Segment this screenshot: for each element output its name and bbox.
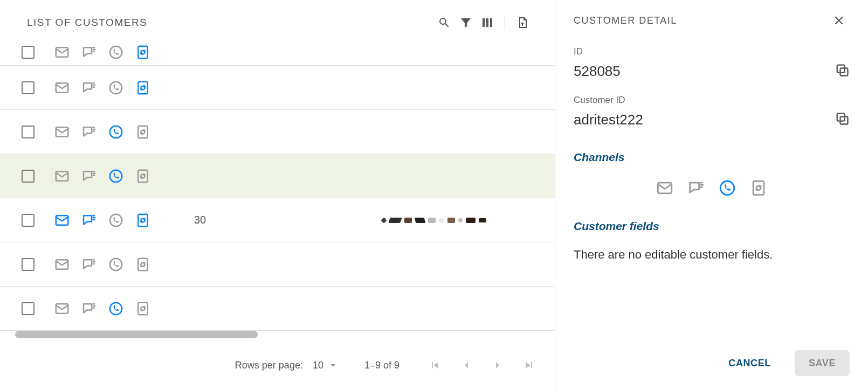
whatsapp-icon (108, 124, 124, 140)
customer-list-panel: LIST OF CUSTOMERS (0, 0, 555, 390)
chat-icon (81, 256, 97, 273)
row-channels (54, 124, 194, 140)
list-title: LIST OF CUSTOMERS (27, 17, 147, 29)
whatsapp-icon (108, 301, 124, 317)
device-sync-icon (135, 212, 151, 228)
close-icon[interactable] (828, 10, 850, 31)
row-checkbox-cell (22, 214, 54, 227)
row-channels (54, 256, 194, 273)
detail-title: CUSTOMER DETAIL (574, 15, 677, 26)
row-value: 30 (194, 214, 313, 226)
list-header: LIST OF CUSTOMERS (0, 0, 555, 39)
row-checkbox[interactable] (22, 46, 35, 59)
table-row[interactable]: 30 (0, 198, 555, 242)
next-page-icon[interactable] (488, 356, 507, 375)
row-channels (54, 212, 194, 228)
table-row[interactable] (0, 66, 555, 110)
pagination: Rows per page: 10 1–9 of 9 (0, 340, 555, 390)
device-sync-icon (135, 301, 151, 317)
mail-icon (54, 212, 70, 228)
last-page-icon[interactable] (519, 356, 539, 375)
device-sync-icon (135, 256, 151, 273)
chat-icon (81, 124, 97, 140)
mail-icon (54, 44, 70, 60)
row-checkbox[interactable] (22, 81, 35, 94)
dropdown-icon (328, 360, 339, 371)
save-button[interactable]: SAVE (795, 350, 850, 376)
columns-icon[interactable] (477, 12, 498, 33)
channels-heading: Channels (574, 151, 850, 164)
whatsapp-icon (108, 212, 124, 228)
chat-icon[interactable] (687, 179, 705, 197)
device-sync-icon (135, 44, 151, 60)
rows-per-page-value: 10 (313, 360, 323, 371)
detail-actions: CANCEL SAVE (714, 350, 850, 376)
row-checkbox[interactable] (22, 302, 35, 315)
mail-icon (54, 301, 70, 317)
row-checkbox-cell (22, 81, 54, 94)
device-sync-icon (135, 168, 151, 184)
id-value: 528085 (574, 63, 621, 80)
upload-file-icon[interactable] (512, 12, 533, 33)
page-range: 1–9 of 9 (364, 360, 399, 371)
row-checkbox[interactable] (22, 126, 35, 138)
table-row[interactable] (0, 242, 555, 287)
filter-icon[interactable] (455, 12, 477, 33)
row-channels (54, 44, 194, 60)
mail-icon (54, 256, 70, 273)
row-checkbox-cell (22, 258, 54, 271)
customer-table: 30 (0, 39, 555, 340)
mail-icon (54, 80, 70, 96)
whatsapp-icon (108, 80, 124, 96)
mail-icon (54, 124, 70, 140)
copy-customer-id-icon[interactable] (835, 111, 850, 128)
chat-icon (81, 44, 97, 60)
table-row[interactable] (0, 287, 555, 331)
whatsapp-icon (108, 256, 124, 273)
row-checkbox[interactable] (22, 258, 35, 271)
toolbar (433, 12, 533, 33)
scrollbar-thumb[interactable] (15, 331, 258, 338)
table-row[interactable] (0, 110, 555, 154)
device-sync-icon[interactable] (749, 179, 768, 197)
first-page-icon[interactable] (425, 356, 445, 375)
row-channels (54, 168, 194, 184)
device-sync-icon (135, 124, 151, 140)
row-channels (54, 80, 194, 96)
page-nav (425, 356, 539, 375)
row-checkbox[interactable] (22, 170, 35, 183)
obscured-data (313, 218, 555, 223)
table-row[interactable] (0, 154, 555, 198)
customer-id-field: Customer ID adritest222 (574, 95, 850, 128)
row-checkbox-cell (22, 170, 54, 183)
row-checkbox-cell (22, 46, 54, 59)
mail-icon (54, 168, 70, 184)
horizontal-scrollbar[interactable] (15, 331, 540, 338)
whatsapp-icon[interactable] (718, 179, 736, 197)
mail-icon[interactable] (656, 179, 674, 197)
detail-header: CUSTOMER DETAIL (574, 10, 850, 31)
no-fields-message: There are no editable customer fields. (574, 248, 850, 262)
whatsapp-icon (108, 44, 124, 60)
chat-icon (81, 168, 97, 184)
customer-fields-heading: Customer fields (574, 220, 850, 233)
search-icon[interactable] (433, 12, 455, 33)
chat-icon (81, 301, 97, 317)
chat-icon (81, 80, 97, 96)
rows-per-page-select[interactable]: 10 (313, 360, 339, 371)
row-channels (54, 301, 194, 317)
customer-id-value: adritest222 (574, 112, 643, 128)
rows-per-page: Rows per page: 10 (235, 360, 339, 371)
cancel-button[interactable]: CANCEL (714, 350, 785, 376)
copy-id-icon[interactable] (835, 62, 850, 80)
row-checkbox-cell (22, 126, 54, 138)
prev-page-icon[interactable] (457, 356, 476, 375)
customer-id-label: Customer ID (574, 95, 850, 106)
customer-detail-panel: CUSTOMER DETAIL ID 528085 Customer ID ad… (555, 0, 868, 390)
chat-icon (81, 212, 97, 228)
id-field: ID 528085 (574, 46, 850, 80)
table-row[interactable] (0, 39, 555, 66)
row-checkbox-cell (22, 302, 54, 315)
row-checkbox[interactable] (22, 214, 35, 227)
channels-row (574, 179, 850, 197)
